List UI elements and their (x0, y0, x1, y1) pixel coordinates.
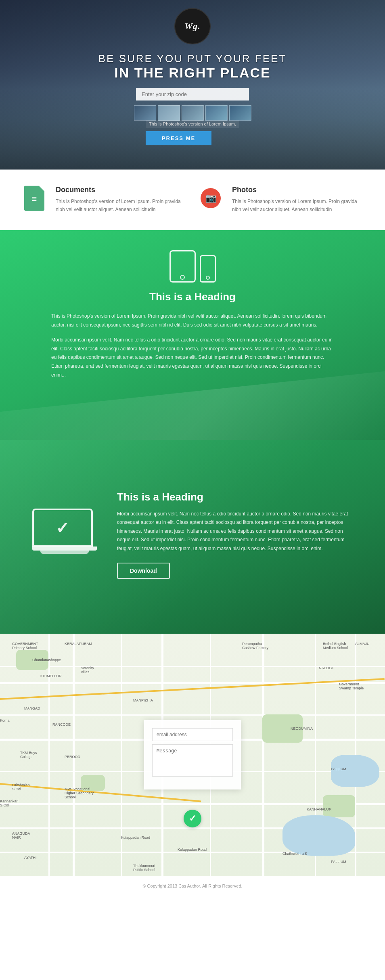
photos-title: Photos (232, 186, 361, 194)
map-label-17: PEROOD (65, 755, 80, 759)
footer: © Copyright 2013 Css Author. All Rights … (0, 876, 385, 895)
documents-desc: This is Photoshop's version of Lorem Ips… (56, 197, 184, 214)
map-green-4 (323, 795, 355, 817)
photos-desc: This is Photoshop's version of Lorem Ips… (232, 197, 361, 214)
doc-icon: ≡ (24, 186, 44, 211)
photo-thumb-2 (158, 105, 180, 121)
documents-text: Documents This is Photoshop's version of… (56, 186, 184, 214)
hero-tagline1: BE SURE YOU PUT YOUR FEET (98, 52, 287, 65)
footer-copyright: © Copyright 2013 Css Author. All Rights … (142, 884, 242, 888)
tablet-icon (169, 250, 196, 283)
hero-section: Wg. BE SURE YOU PUT YOUR FEET IN THE RIG… (0, 0, 385, 170)
laptop-base (32, 547, 97, 551)
map-label-11: MANPIZHIA (133, 698, 153, 702)
map-section: GOVERNMENTPrimary School KERALAPURAM Per… (0, 634, 385, 876)
map-label-14: RANCODE (52, 722, 71, 727)
map-pin: ✓ (184, 810, 201, 827)
photo-thumb-5 (229, 105, 251, 121)
map-pin-check-icon: ✓ (189, 813, 196, 824)
map-label-18: PALLIUM (331, 767, 346, 771)
map-label-28: AYATHI (24, 856, 37, 860)
hero-info-text: This is Photoshop's version of Lorem Ips… (146, 120, 239, 128)
check-mark-icon: ✓ (56, 519, 69, 537)
green-section-2: ✓ This is a Heading Morbi accumsan ipsum… (0, 440, 385, 634)
map-label-6: Chandanashoppe (32, 658, 61, 662)
map-label-15: NEODUMINA (291, 727, 313, 731)
photos-text: Photos This is Photoshop's version of Lo… (232, 186, 361, 214)
documents-title: Documents (56, 186, 184, 194)
map-label-20: KannankariS.Col (0, 799, 19, 807)
laptop-check-icon: ✓ (32, 509, 97, 561)
map-label-23: ANAGUDANAIR (12, 831, 30, 840)
map-road-v6 (262, 634, 264, 876)
map-road-h3 (0, 714, 385, 716)
phone-icon (200, 255, 216, 283)
contact-form (144, 720, 241, 789)
map-label-12: MANGAD (24, 706, 40, 710)
logo-circle: Wg. (174, 8, 211, 44)
laptop-body: ✓ (32, 509, 93, 547)
doc-icon-glyph: ≡ (32, 194, 37, 204)
device-icons (32, 250, 353, 283)
press-me-button[interactable]: PRESS ME (146, 131, 211, 145)
green-section1-body1: This is Photoshop's version of Lorem Ips… (51, 312, 334, 329)
hero-content: Wg. BE SURE YOU PUT YOUR FEET IN THE RIG… (0, 0, 385, 125)
map-water-1 (282, 815, 355, 856)
feature-documents: ≡ Documents This is Photoshop's version … (24, 186, 184, 214)
feature-photos: 📷 Photos This is Photoshop's version of … (201, 186, 361, 214)
green-section2-content: This is a Heading Morbi accumsan ipsum v… (117, 491, 353, 579)
map-label-16: TKM BoysCollege (20, 751, 37, 759)
map-label-27: PALLIUM (331, 860, 346, 864)
photo-thumb-1 (134, 105, 156, 121)
map-label-10: GovernmentSwamp Temple (339, 682, 364, 690)
map-label-5: ALMAJU (355, 642, 370, 646)
green-section1-heading: This is a Heading (32, 291, 353, 303)
laptop-base-bottom (40, 551, 89, 554)
green-section1-body2: Morbi accumsan ipsum velit. Nam nec tell… (51, 336, 334, 379)
map-label-21: MVS VocationalHigher SecondarySchool (65, 787, 94, 799)
photo-icon: 📷 (201, 188, 221, 208)
logo-text: Wg. (184, 21, 200, 31)
map-label-8: NALLILA (319, 666, 333, 670)
green-section2-heading: This is a Heading (117, 491, 353, 503)
map-label-25: Kulappadan Road (178, 848, 207, 852)
map-label-2: KERALAPURAM (65, 642, 92, 646)
map-label-24: Kulappadan Road (121, 836, 150, 840)
map-label-29: ThekkummuriPublic School (133, 864, 155, 872)
photos-icon-container: 📷 (201, 186, 225, 214)
photo-thumb-3 (182, 105, 204, 121)
message-textarea[interactable] (152, 744, 233, 777)
download-button[interactable]: Download (117, 563, 170, 579)
map-label-9: KILIMELLUR (40, 674, 62, 678)
map-label-19: LakshmianS.Col (12, 783, 30, 791)
green-section2-body: Morbi accumsan ipsum velit. Nam nec tell… (117, 510, 353, 553)
camera-icon: 📷 (205, 193, 216, 203)
map-road-v3 (121, 634, 122, 876)
photo-strip (134, 105, 251, 121)
green-section-1: This is a Heading This is Photoshop's ve… (0, 230, 385, 440)
map-label-13: Koma (0, 718, 10, 722)
email-input[interactable] (152, 728, 233, 741)
map-road-v1 (48, 634, 50, 876)
map-label-1: GOVERNMENTPrimary School (12, 642, 38, 650)
features-section: ≡ Documents This is Photoshop's version … (0, 170, 385, 230)
documents-icon-container: ≡ (24, 186, 48, 214)
map-label-7: SerenityVillas (81, 666, 94, 674)
hero-tagline2: IN THE RIGHT PLACE (114, 65, 270, 81)
map-label-22: KANNANALUR (307, 807, 332, 811)
map-label-3: PerumputhaCashew Factory (242, 642, 268, 650)
hero-info-box: This is Photoshop's version of Lorem Ips… (146, 120, 239, 145)
map-label-26: Chathuruthra S (282, 852, 307, 856)
map-label-4: Bethel EnglishMedium School (323, 642, 348, 650)
photo-thumb-4 (205, 105, 228, 121)
map-water-2 (331, 755, 379, 787)
zip-input[interactable] (136, 88, 249, 101)
